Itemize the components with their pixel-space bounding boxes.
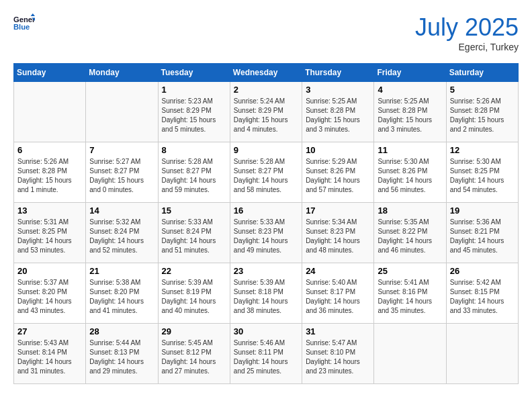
cell-content: Sunrise: 5:42 AMSunset: 8:15 PMDaylight:… [450,278,515,316]
cell-content: Sunrise: 5:43 AMSunset: 8:14 PMDaylight:… [17,338,82,376]
calendar-cell [14,82,86,142]
svg-marker-2 [31,13,35,16]
location: Egerci, Turkey [415,42,519,52]
day-number: 29 [162,326,226,336]
week-row-2: 6Sunrise: 5:26 AMSunset: 8:28 PMDaylight… [14,142,519,203]
cell-content: Sunrise: 5:30 AMSunset: 8:26 PMDaylight:… [378,157,442,195]
calendar-cell: 17Sunrise: 5:34 AMSunset: 8:23 PMDayligh… [302,203,374,263]
cell-content: Sunrise: 5:25 AMSunset: 8:28 PMDaylight:… [378,97,442,134]
calendar-cell: 28Sunrise: 5:44 AMSunset: 8:13 PMDayligh… [86,324,158,384]
day-number: 31 [306,326,370,336]
day-number: 27 [17,326,82,336]
calendar-cell: 3Sunrise: 5:25 AMSunset: 8:28 PMDaylight… [302,82,374,142]
calendar-cell: 11Sunrise: 5:30 AMSunset: 8:26 PMDayligh… [374,142,446,203]
day-number: 20 [17,266,82,276]
day-number: 2 [234,85,298,95]
calendar-cell: 1Sunrise: 5:23 AMSunset: 8:29 PMDaylight… [158,82,230,142]
svg-text:General: General [13,15,35,24]
week-row-5: 27Sunrise: 5:43 AMSunset: 8:14 PMDayligh… [14,324,519,384]
cell-content: Sunrise: 5:45 AMSunset: 8:12 PMDaylight:… [162,338,226,376]
logo: General Blue [13,13,35,32]
day-number: 14 [89,205,154,216]
day-number: 5 [450,85,515,95]
calendar-cell: 27Sunrise: 5:43 AMSunset: 8:14 PMDayligh… [14,324,86,384]
day-number: 8 [162,145,226,155]
cell-content: Sunrise: 5:37 AMSunset: 8:20 PMDaylight:… [17,278,82,316]
cell-content: Sunrise: 5:34 AMSunset: 8:23 PMDaylight:… [306,218,370,255]
calendar-cell: 29Sunrise: 5:45 AMSunset: 8:12 PMDayligh… [158,324,230,384]
day-number: 12 [450,145,515,155]
calendar-cell: 26Sunrise: 5:42 AMSunset: 8:15 PMDayligh… [446,263,518,324]
cell-content: Sunrise: 5:33 AMSunset: 8:23 PMDaylight:… [234,218,298,255]
calendar-cell: 12Sunrise: 5:30 AMSunset: 8:25 PMDayligh… [446,142,518,203]
weekday-header-saturday: Saturday [446,64,518,82]
calendar-cell: 5Sunrise: 5:26 AMSunset: 8:28 PMDaylight… [446,82,518,142]
calendar-cell: 22Sunrise: 5:39 AMSunset: 8:19 PMDayligh… [158,263,230,324]
cell-content: Sunrise: 5:24 AMSunset: 8:29 PMDaylight:… [234,97,298,134]
calendar-cell [446,324,518,384]
weekday-header-sunday: Sunday [14,64,86,82]
day-number: 10 [306,145,370,155]
day-number: 13 [17,205,82,216]
cell-content: Sunrise: 5:28 AMSunset: 8:27 PMDaylight:… [162,157,226,195]
calendar-cell: 23Sunrise: 5:39 AMSunset: 8:18 PMDayligh… [230,263,302,324]
cell-content: Sunrise: 5:40 AMSunset: 8:17 PMDaylight:… [306,278,370,316]
calendar-cell: 7Sunrise: 5:27 AMSunset: 8:27 PMDaylight… [86,142,158,203]
day-number: 6 [17,145,82,155]
calendar-cell: 21Sunrise: 5:38 AMSunset: 8:20 PMDayligh… [86,263,158,324]
day-number: 15 [162,205,226,216]
calendar-cell: 16Sunrise: 5:33 AMSunset: 8:23 PMDayligh… [230,203,302,263]
day-number: 4 [378,85,442,95]
title-block: July 2025 Egerci, Turkey [415,13,519,52]
calendar-cell [86,82,158,142]
week-row-3: 13Sunrise: 5:31 AMSunset: 8:25 PMDayligh… [14,203,519,263]
weekday-header-monday: Monday [86,64,158,82]
cell-content: Sunrise: 5:30 AMSunset: 8:25 PMDaylight:… [450,157,515,195]
calendar-cell: 19Sunrise: 5:36 AMSunset: 8:21 PMDayligh… [446,203,518,263]
day-number: 19 [450,205,515,216]
day-number: 30 [234,326,298,336]
week-row-4: 20Sunrise: 5:37 AMSunset: 8:20 PMDayligh… [14,263,519,324]
calendar-cell: 9Sunrise: 5:28 AMSunset: 8:27 PMDaylight… [230,142,302,203]
day-number: 28 [89,326,154,336]
calendar-cell: 4Sunrise: 5:25 AMSunset: 8:28 PMDaylight… [374,82,446,142]
cell-content: Sunrise: 5:44 AMSunset: 8:13 PMDaylight:… [89,338,154,376]
svg-text:Blue: Blue [13,23,30,31]
cell-content: Sunrise: 5:23 AMSunset: 8:29 PMDaylight:… [162,97,226,134]
weekday-header-thursday: Thursday [302,64,374,82]
cell-content: Sunrise: 5:27 AMSunset: 8:27 PMDaylight:… [89,157,154,195]
cell-content: Sunrise: 5:35 AMSunset: 8:22 PMDaylight:… [378,218,442,255]
weekday-header-wednesday: Wednesday [230,64,302,82]
page-header: General Blue July 2025 Egerci, Turkey [13,13,519,52]
cell-content: Sunrise: 5:29 AMSunset: 8:26 PMDaylight:… [306,157,370,195]
day-number: 3 [306,85,370,95]
calendar-cell: 15Sunrise: 5:33 AMSunset: 8:24 PMDayligh… [158,203,230,263]
cell-content: Sunrise: 5:33 AMSunset: 8:24 PMDaylight:… [162,218,226,255]
calendar-cell: 8Sunrise: 5:28 AMSunset: 8:27 PMDaylight… [158,142,230,203]
cell-content: Sunrise: 5:39 AMSunset: 8:19 PMDaylight:… [162,278,226,316]
calendar-cell: 14Sunrise: 5:32 AMSunset: 8:24 PMDayligh… [86,203,158,263]
logo-icon: General Blue [13,13,35,32]
day-number: 16 [234,205,298,216]
calendar-cell: 31Sunrise: 5:47 AMSunset: 8:10 PMDayligh… [302,324,374,384]
cell-content: Sunrise: 5:25 AMSunset: 8:28 PMDaylight:… [306,97,370,134]
weekday-header-tuesday: Tuesday [158,64,230,82]
cell-content: Sunrise: 5:38 AMSunset: 8:20 PMDaylight:… [89,278,154,316]
calendar-table: SundayMondayTuesdayWednesdayThursdayFrid… [13,63,519,384]
day-number: 18 [378,205,442,216]
calendar-cell: 20Sunrise: 5:37 AMSunset: 8:20 PMDayligh… [14,263,86,324]
calendar-cell: 30Sunrise: 5:46 AMSunset: 8:11 PMDayligh… [230,324,302,384]
day-number: 1 [162,85,226,95]
cell-content: Sunrise: 5:32 AMSunset: 8:24 PMDaylight:… [89,218,154,255]
cell-content: Sunrise: 5:28 AMSunset: 8:27 PMDaylight:… [234,157,298,195]
calendar-cell: 18Sunrise: 5:35 AMSunset: 8:22 PMDayligh… [374,203,446,263]
calendar-cell: 13Sunrise: 5:31 AMSunset: 8:25 PMDayligh… [14,203,86,263]
day-number: 24 [306,266,370,276]
day-number: 7 [89,145,154,155]
calendar-cell: 2Sunrise: 5:24 AMSunset: 8:29 PMDaylight… [230,82,302,142]
cell-content: Sunrise: 5:26 AMSunset: 8:28 PMDaylight:… [450,97,515,134]
weekday-header-friday: Friday [374,64,446,82]
cell-content: Sunrise: 5:31 AMSunset: 8:25 PMDaylight:… [17,218,82,255]
calendar-cell: 24Sunrise: 5:40 AMSunset: 8:17 PMDayligh… [302,263,374,324]
weekday-header-row: SundayMondayTuesdayWednesdayThursdayFrid… [14,64,519,82]
